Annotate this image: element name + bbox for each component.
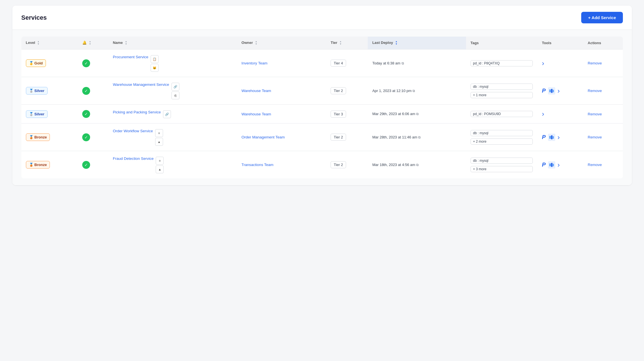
name-icon[interactable]: dj [171, 91, 179, 99]
add-service-button[interactable]: + Add Service [581, 12, 623, 23]
table-row: 🥇 Gold✓Procurement Service📋🐱Inventory Te… [21, 50, 623, 77]
level-badge-silver: 🥈 Silver [26, 110, 48, 118]
deploy-time-text: Apr 1, 2023 at 12:10 pm ⧉ [372, 88, 462, 94]
deploy-link-icon[interactable]: ⧉ [416, 112, 419, 116]
svg-rect-3 [549, 136, 551, 139]
sort-deploy-icon: ▲▼ [395, 41, 397, 45]
name-icon[interactable]: 🐱 [151, 64, 159, 72]
tag-badge[interactable]: db : mysql [471, 84, 533, 90]
tag-more-badge[interactable]: + 2 more [471, 138, 533, 145]
service-name-link[interactable]: Picking and Packing Service [113, 110, 161, 115]
owner-link[interactable]: Inventory Team [242, 61, 268, 65]
svg-rect-4 [551, 135, 552, 139]
owner-link[interactable]: Order Management Team [242, 135, 285, 139]
cell-tags: db : mysql+ 3 more [466, 151, 538, 179]
name-tool-icons: 🔗 [163, 110, 171, 118]
cell-name: Warehouse Management Service🔗dj [108, 77, 237, 105]
col-name[interactable]: Name ▲▼ [108, 37, 237, 50]
map-icon[interactable] [548, 87, 555, 95]
deploy-link-icon[interactable]: ⧉ [416, 163, 419, 167]
col-last-deploy[interactable]: Last Deploy ▲▼ [368, 37, 466, 50]
navigate-arrow-icon[interactable]: › [542, 59, 544, 67]
cell-last-deploy: Mar 28th, 2023 at 11:46 am ⧉ [368, 124, 466, 151]
pagerduty-icon[interactable]: P [542, 88, 545, 94]
cell-tools: › [537, 50, 583, 77]
page-title: Services [21, 14, 47, 21]
pagerduty-icon[interactable]: P [542, 134, 545, 140]
col-tier[interactable]: Tier ▲▼ [326, 37, 368, 50]
tag-more-badge[interactable]: + 3 more [471, 166, 533, 172]
cell-tier: Tier 3 [326, 105, 368, 124]
table-row: 🥉 Bronze✓Fraud Detection Service≡▲Transa… [21, 151, 623, 179]
owner-link[interactable]: Transactions Team [242, 163, 273, 167]
name-icon[interactable]: 📋 [151, 55, 159, 63]
name-icon[interactable]: 🔗 [163, 110, 171, 118]
name-tool-icons: 🔗dj [171, 83, 179, 99]
table-container: Level ▲▼ 🔔 ▲▼ Name ▲▼ Owner ▲▼ Tier ▲▼ [12, 30, 632, 185]
col-owner[interactable]: Owner ▲▼ [237, 37, 326, 50]
level-badge-bronze: 🥉 Bronze [26, 161, 50, 169]
level-badge-bronze: 🥉 Bronze [26, 133, 50, 141]
remove-button[interactable]: Remove [588, 135, 602, 139]
remove-button[interactable]: Remove [588, 89, 602, 93]
deploy-link-icon[interactable]: ⧉ [413, 89, 415, 93]
cell-last-deploy: Mar 18th, 2023 at 4:56 am ⧉ [368, 151, 466, 179]
col-alert[interactable]: 🔔 ▲▼ [78, 37, 108, 50]
pagerduty-icon[interactable]: P [542, 162, 545, 168]
tag-more-badge[interactable]: + 1 more [471, 92, 533, 98]
map-icon[interactable] [548, 134, 555, 141]
tier-badge: Tier 2 [331, 87, 346, 94]
cell-level: 🥇 Gold [21, 50, 78, 77]
deploy-link-icon[interactable]: ⧉ [402, 61, 404, 65]
table-row: 🥉 Bronze✓Order Workflow Service≡▲Order M… [21, 124, 623, 151]
navigate-arrow-icon[interactable]: › [558, 87, 560, 95]
tools-container: › [542, 59, 579, 67]
cell-tags: pd_id : P8Q4TXQ [466, 50, 538, 77]
cell-tags: pd_id : POMSU9D [466, 105, 538, 124]
remove-button[interactable]: Remove [588, 61, 602, 65]
owner-link[interactable]: Warehouse Team [242, 112, 271, 116]
map-icon[interactable] [548, 161, 555, 169]
cell-level: 🥈 Silver [21, 77, 78, 105]
cell-tools: P› [537, 151, 583, 179]
tags-container: db : mysql+ 1 more [471, 84, 533, 98]
tag-badge[interactable]: db : mysql [471, 130, 533, 136]
tags-container: db : mysql+ 2 more [471, 130, 533, 145]
service-name-link[interactable]: Order Workflow Service [113, 129, 153, 134]
cell-status: ✓ [78, 124, 108, 151]
tag-badge[interactable]: db : mysql [471, 158, 533, 164]
navigate-arrow-icon[interactable]: › [542, 110, 544, 118]
tools-container: P› [542, 87, 579, 95]
tag-badge[interactable]: pd_id : P8Q4TXQ [471, 60, 533, 66]
tag-badge[interactable]: pd_id : POMSU9D [471, 111, 533, 117]
col-level[interactable]: Level ▲▼ [21, 37, 78, 50]
remove-button[interactable]: Remove [588, 112, 602, 116]
name-icon[interactable]: 🔗 [171, 83, 179, 91]
tier-badge: Tier 2 [331, 134, 346, 141]
page-container: Services + Add Service Level ▲▼ 🔔 ▲▼ Nam… [12, 6, 632, 185]
remove-button[interactable]: Remove [588, 163, 602, 167]
name-icon[interactable]: ▲ [155, 138, 163, 146]
service-name-link[interactable]: Fraud Detection Service [113, 156, 154, 162]
service-name-link[interactable]: Warehouse Management Service [113, 82, 169, 88]
cell-owner: Transactions Team [237, 151, 326, 179]
owner-link[interactable]: Warehouse Team [242, 89, 271, 93]
tags-container: db : mysql+ 3 more [471, 158, 533, 172]
deploy-time-text: Today at 6:38 am ⧉ [372, 60, 462, 66]
cell-tags: db : mysql+ 1 more [466, 77, 538, 105]
name-tool-icons: 📋🐱 [151, 55, 159, 72]
cell-owner: Warehouse Team [237, 105, 326, 124]
col-actions: Actions [583, 37, 623, 50]
name-icon[interactable]: ≡ [155, 129, 163, 137]
cell-tier: Tier 2 [326, 77, 368, 105]
name-icon[interactable]: ▲ [156, 165, 164, 173]
tags-container: pd_id : P8Q4TXQ [471, 60, 533, 66]
service-name-link[interactable]: Procurement Service [113, 55, 148, 60]
status-check-icon: ✓ [82, 110, 90, 118]
deploy-link-icon[interactable]: ⧉ [418, 135, 421, 139]
name-icon[interactable]: ≡ [156, 157, 164, 165]
navigate-arrow-icon[interactable]: › [558, 133, 560, 141]
deploy-time-text: Mar 28th, 2023 at 11:46 am ⧉ [372, 134, 462, 140]
navigate-arrow-icon[interactable]: › [558, 161, 560, 169]
table-header-row: Level ▲▼ 🔔 ▲▼ Name ▲▼ Owner ▲▼ Tier ▲▼ [21, 37, 623, 50]
